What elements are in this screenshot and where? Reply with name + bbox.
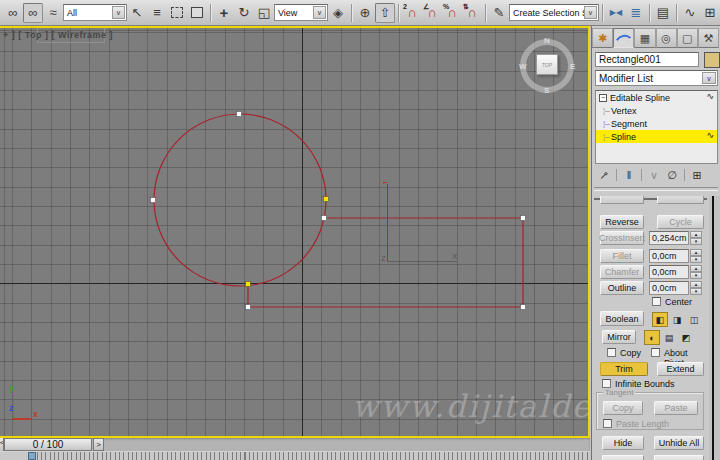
chevron-down-icon[interactable]: v — [313, 6, 326, 19]
chamfer-spinner[interactable]: ▴▾ — [690, 265, 702, 279]
display-tab[interactable]: ▢ — [677, 28, 698, 48]
angle-snap-icon[interactable]: ∠∩ — [422, 3, 442, 23]
viewport-canvas[interactable]: + ] [ Top ] [ Wireframe ] ⌐ Z X N E S W … — [0, 28, 588, 436]
reverse-button[interactable]: Reverse — [600, 215, 644, 229]
fillet-spinner[interactable]: ▴▾ — [690, 249, 702, 263]
boolean-button[interactable]: Boolean — [600, 311, 644, 326]
unhide-all-button[interactable]: Unhide All — [654, 436, 704, 450]
cross-insert-button[interactable]: CrossInsert — [600, 231, 644, 245]
spin-down-icon[interactable]: ▾ — [690, 238, 702, 245]
spin-down-icon[interactable]: ▾ — [690, 256, 702, 263]
pin-stack-icon[interactable]: ⊸ — [593, 164, 615, 186]
cross-insert-spinner[interactable]: ▴▾ — [690, 231, 702, 245]
motion-tab[interactable]: ◎ — [656, 28, 677, 48]
unlink-selection-icon[interactable]: ∞ — [23, 3, 43, 23]
modifier-list-dropdown[interactable]: Modifier List v — [595, 70, 718, 86]
selection-filter-dropdown[interactable]: All v — [63, 4, 127, 21]
chevron-down-icon[interactable]: v — [112, 6, 125, 19]
stack-row-segment[interactable]: ¦--- Segment — [596, 117, 717, 130]
select-object-icon[interactable]: ↖ — [127, 3, 147, 23]
viewport-label[interactable]: + ] [ Top ] [ Wireframe ] — [3, 30, 113, 40]
curve-editor-icon[interactable]: ∿ — [680, 3, 700, 23]
schematic-view-icon[interactable]: ⊞ — [700, 3, 720, 23]
clipped-button[interactable] — [654, 455, 704, 460]
mirror-horizontal-icon[interactable]: ◐ — [644, 330, 660, 345]
outline-spinner[interactable]: ▴▾ — [690, 281, 702, 295]
current-frame-marker[interactable] — [28, 452, 36, 460]
stack-row-vertex[interactable]: ¦--- Vertex — [596, 104, 717, 117]
clipped-button[interactable] — [657, 196, 704, 204]
show-end-result-icon[interactable]: ‖ — [620, 169, 638, 181]
select-and-move-icon[interactable]: + — [214, 3, 234, 23]
named-selection-set-dropdown[interactable]: Create Selection Se v — [509, 4, 599, 21]
configure-modifier-sets-icon[interactable]: ⊞ — [688, 169, 706, 182]
boolean-intersection-icon[interactable]: ◫ — [686, 312, 702, 327]
outline-button[interactable]: Outline — [600, 281, 644, 295]
fillet-button[interactable]: Fillet — [600, 249, 644, 263]
window-crossing-icon[interactable] — [187, 3, 207, 23]
viewcube-top-face[interactable]: TOP — [536, 54, 558, 75]
modify-tab[interactable] — [613, 28, 634, 48]
select-and-link-icon[interactable]: ∞ — [3, 3, 23, 23]
spinner-snap-icon[interactable]: ⇅∩ — [462, 3, 482, 23]
layer-manager-icon[interactable]: ▤ — [653, 3, 673, 23]
paste-length-checkbox[interactable] — [603, 419, 612, 428]
keyboard-shortcut-override-icon[interactable]: ⇧ — [375, 3, 395, 23]
spin-up-icon[interactable]: ▴ — [690, 249, 702, 256]
hide-button[interactable]: Hide — [602, 436, 644, 450]
fillet-value[interactable]: 0,0cm — [649, 249, 689, 263]
reference-coordinate-dropdown[interactable]: View v — [274, 4, 328, 21]
tangent-copy-button[interactable]: Copy — [603, 401, 643, 415]
mirror-vertical-icon[interactable]: ▤ — [661, 330, 677, 345]
mirror-button[interactable]: Mirror — [602, 330, 636, 344]
infinite-bounds-checkbox[interactable] — [602, 379, 611, 388]
stack-row-spline-selected[interactable]: ¦--- Spline ∿ — [596, 130, 717, 143]
mirror-tool-icon[interactable]: ▶◀ — [606, 3, 626, 23]
bind-to-space-warp-icon[interactable]: ≈ — [43, 3, 63, 23]
use-pivot-point-center-icon[interactable]: ◈ — [328, 3, 348, 23]
object-color-swatch[interactable] — [704, 52, 720, 68]
viewcube[interactable]: N E S W TOP — [519, 38, 575, 94]
next-frame-button[interactable]: > — [93, 438, 104, 451]
clipped-button[interactable] — [602, 455, 644, 460]
active-viewport[interactable]: + ] [ Top ] [ Wireframe ] ⌐ Z X N E S W … — [0, 26, 590, 438]
center-checkbox[interactable] — [652, 297, 661, 306]
clipped-button[interactable] — [600, 196, 644, 204]
chevron-down-icon[interactable]: v — [702, 72, 716, 84]
make-unique-icon[interactable]: ∨ — [645, 169, 663, 182]
tangent-paste-button[interactable]: Paste — [654, 401, 698, 415]
spin-down-icon[interactable]: ▾ — [690, 288, 702, 295]
trim-button[interactable]: Trim — [600, 362, 648, 376]
select-and-rotate-icon[interactable]: ↻ — [234, 3, 254, 23]
percent-snap-icon[interactable]: %∩ — [442, 3, 462, 23]
extend-button[interactable]: Extend — [657, 362, 704, 376]
panel-scrollbar[interactable] — [709, 196, 720, 460]
snaps-toggle-icon[interactable]: 2∩ — [402, 3, 422, 23]
select-and-scale-icon[interactable]: ◱ — [254, 3, 274, 23]
stack-row-editable-spline[interactable]: − Editable Spline ∿ — [596, 91, 717, 104]
rectangular-selection-region-icon[interactable] — [167, 3, 187, 23]
create-tab[interactable]: ✱ — [592, 28, 613, 48]
select-by-name-icon[interactable]: ≡ — [147, 3, 167, 23]
chamfer-button[interactable]: Chamfer — [600, 265, 644, 279]
align-icon[interactable]: ≣ — [626, 3, 646, 23]
time-slider-track[interactable]: < 0 / 100 > — [0, 438, 590, 452]
mirror-both-icon[interactable]: ◩ — [678, 330, 694, 345]
hierarchy-tab[interactable]: ▦ — [634, 28, 655, 48]
boolean-subtraction-icon[interactable]: ◨ — [669, 312, 685, 327]
cycle-button[interactable]: Cycle — [657, 215, 704, 229]
chevron-down-icon[interactable]: v — [584, 6, 597, 19]
collapse-icon[interactable]: − — [599, 94, 607, 102]
spin-up-icon[interactable]: ▴ — [690, 281, 702, 288]
boolean-union-icon[interactable]: ◧ — [652, 312, 668, 327]
time-slider-handle[interactable]: 0 / 100 — [4, 438, 92, 451]
outline-value[interactable]: 0,0cm — [649, 281, 689, 295]
track-bar[interactable] — [0, 452, 590, 460]
utilities-tab[interactable]: ⚒ — [698, 28, 719, 48]
panel-scrollbar-thumb[interactable] — [712, 196, 714, 460]
copy-checkbox[interactable] — [607, 348, 616, 357]
spin-up-icon[interactable]: ▴ — [690, 265, 702, 272]
spin-up-icon[interactable]: ▴ — [690, 231, 702, 238]
select-and-manipulate-icon[interactable]: ⊕ — [355, 3, 375, 23]
remove-modifier-icon[interactable]: ∅ — [663, 169, 681, 182]
